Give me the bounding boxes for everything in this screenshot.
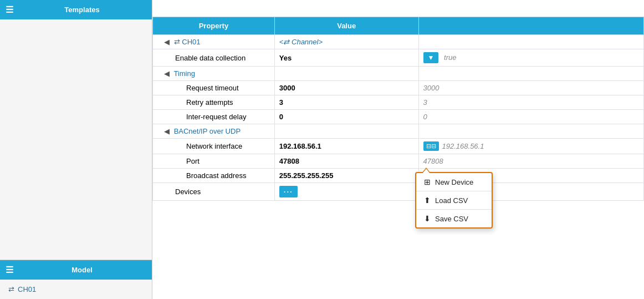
devices-dots-btn[interactable]: ···: [279, 186, 298, 197]
enable-data-dropdown-btn[interactable]: ▼: [423, 52, 439, 63]
devices-label: Devices: [175, 187, 201, 196]
ch01-property-label: CH01: [182, 38, 200, 46]
ch01-value: <⇄ Channel>: [279, 38, 323, 46]
port-val: 47808: [279, 157, 299, 165]
bacnet-value: [274, 124, 418, 139]
property-cell: Enable data collection: [153, 49, 275, 67]
retry-attempts-value: 3: [274, 95, 418, 110]
inter-request-delay-label: Inter-request delay: [186, 113, 246, 121]
popup-save-csv-item[interactable]: ⬇ Save CSV: [416, 210, 492, 227]
network-interface-val: 192.168.56.1: [279, 142, 321, 150]
popup-load-csv-item[interactable]: ⬆ Load CSV: [416, 191, 492, 209]
col-header-value: Value: [274, 17, 418, 35]
broadcast-address-label: Broadcast address: [186, 171, 246, 180]
col-header-property: Property: [153, 17, 275, 35]
timing-config: [418, 67, 643, 81]
new-device-icon: ⊞: [424, 178, 431, 186]
ch01-value-cell: <⇄ Channel>: [274, 35, 418, 49]
retry-attempts-label: Retry attempts: [186, 98, 233, 107]
popup-save-csv-label: Save CSV: [435, 215, 468, 223]
ch01-config-cell: [418, 35, 643, 49]
main-panel: Property Value ◀ ⇄ CH01 <⇄ Channel>: [152, 0, 644, 299]
collapse-arrow-ch01[interactable]: ◀: [164, 38, 170, 46]
property-cell: Devices: [153, 183, 275, 201]
model-label: Model: [18, 266, 146, 274]
collapse-arrow-timing[interactable]: ◀: [164, 69, 170, 78]
ch01-table-sync-icon: ⇄: [174, 38, 180, 46]
network-icon: ⊟⊟: [423, 141, 439, 151]
devices-value: ···: [274, 183, 418, 201]
network-interface-config: ⊟⊟ 192.168.56.1: [418, 139, 643, 154]
model-panel: ☰ Model ⇄ CH01: [0, 260, 152, 299]
request-timeout-val: 3000: [279, 84, 295, 92]
table-row: Devices ···: [153, 183, 644, 201]
enable-data-config-val: true: [444, 53, 456, 62]
request-timeout-config-val: 3000: [423, 84, 439, 92]
left-panel-spacer: [0, 19, 152, 260]
inter-request-delay-config-val: 0: [423, 113, 427, 121]
timing-label: Timing: [173, 69, 195, 78]
table-row: Inter-request delay 0 0: [153, 110, 644, 124]
enable-data-value: Yes: [279, 54, 292, 62]
collapse-arrow-bacnet[interactable]: ◀: [164, 127, 170, 135]
port-config-val: 47808: [423, 157, 443, 165]
network-interface-config-val: 192.168.56.1: [442, 142, 484, 150]
property-cell: Port: [153, 154, 275, 169]
inter-request-delay-val: 0: [279, 113, 283, 121]
property-cell: Inter-request delay: [153, 110, 275, 124]
retry-attempts-val: 3: [279, 98, 283, 107]
retry-attempts-config-val: 3: [423, 98, 427, 107]
table-row: ◀ Timing: [153, 67, 644, 81]
popup-arrow-inner: [422, 169, 430, 174]
table-row: ◀ BACnet/IP over UDP: [153, 124, 644, 139]
model-header: ☰ Model: [0, 260, 152, 280]
templates-hamburger-icon[interactable]: ☰: [6, 4, 13, 15]
templates-header: ☰ Templates: [0, 0, 152, 19]
col-header-config: [418, 17, 643, 35]
popup-new-device-item[interactable]: ⊞ New Device: [416, 173, 492, 191]
network-interface-label: Network interface: [186, 142, 242, 150]
ch01-label: CH01: [18, 285, 36, 293]
broadcast-address-value: 255.255.255.255: [274, 169, 418, 183]
popup-new-device-label: New Device: [435, 178, 473, 186]
bacnet-label: BACnet/IP over UDP: [174, 127, 241, 135]
inter-request-delay-config: 0: [418, 110, 643, 124]
request-timeout-config: 3000: [418, 81, 643, 95]
property-cell: ◀ Timing: [153, 67, 275, 81]
templates-label: Templates: [18, 6, 146, 14]
request-timeout-label: Request timeout: [186, 84, 239, 92]
table-row: Broadcast address 255.255.255.255 255.25…: [153, 169, 644, 183]
enable-data-collection-value: Yes: [274, 49, 418, 67]
bacnet-config: [418, 124, 643, 139]
table-row: Enable data collection Yes ▼ true: [153, 49, 644, 67]
port-config: 47808: [418, 154, 643, 169]
port-value: 47808: [274, 154, 418, 169]
save-csv-icon: ⬇: [424, 214, 431, 223]
property-cell: Request timeout: [153, 81, 275, 95]
ch01-sync-icon: ⇄: [8, 285, 14, 293]
table-row: ◀ ⇄ CH01 <⇄ Channel>: [153, 35, 644, 49]
inter-request-delay-value: 0: [274, 110, 418, 124]
property-cell: ◀ BACnet/IP over UDP: [153, 124, 275, 139]
request-timeout-value: 3000: [274, 81, 418, 95]
table-row: Network interface 192.168.56.1 ⊟⊟ 192.16…: [153, 139, 644, 154]
enable-data-collection-label: Enable data collection: [175, 54, 246, 62]
retry-attempts-config: 3: [418, 95, 643, 110]
popup-menu: ⊞ New Device ⬆ Load CSV ⬇ Save CSV: [415, 172, 493, 229]
property-cell: Retry attempts: [153, 95, 275, 110]
popup-load-csv-label: Load CSV: [435, 196, 468, 205]
table-row: Retry attempts 3 3: [153, 95, 644, 110]
model-ch01-item[interactable]: ⇄ CH01: [8, 285, 144, 293]
load-csv-icon: ⬆: [424, 196, 431, 205]
property-table: Property Value ◀ ⇄ CH01 <⇄ Channel>: [152, 17, 644, 201]
timing-value: [274, 67, 418, 81]
enable-data-collection-config: ▼ true: [418, 49, 643, 67]
property-cell: Network interface: [153, 139, 275, 154]
broadcast-address-val: 255.255.255.255: [279, 171, 334, 180]
property-cell: ◀ ⇄ CH01: [153, 35, 275, 49]
port-label: Port: [186, 157, 200, 165]
network-interface-value: 192.168.56.1: [274, 139, 418, 154]
property-cell: Broadcast address: [153, 169, 275, 183]
table-row: Port 47808 47808: [153, 154, 644, 169]
model-hamburger-icon[interactable]: ☰: [6, 265, 13, 275]
